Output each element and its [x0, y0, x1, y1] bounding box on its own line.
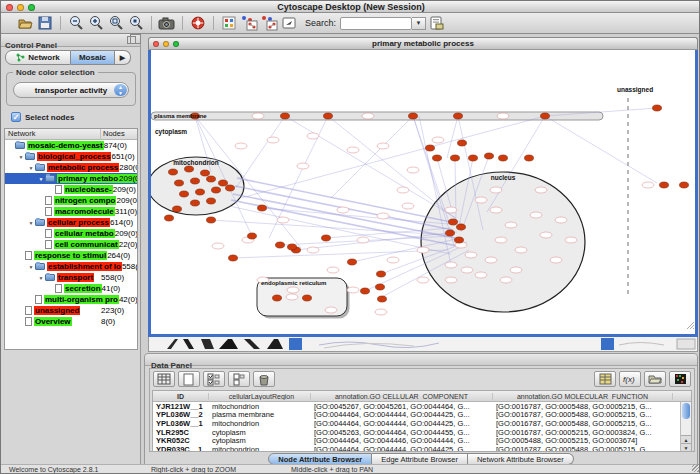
help-icon[interactable] [188, 14, 208, 32]
node-color-dropdown[interactable]: transporter activity ▲▼ [13, 82, 129, 98]
tree-item-count: 311(0) [115, 207, 138, 216]
snapshot-icon[interactable] [157, 14, 177, 32]
import-table-icon[interactable] [644, 371, 666, 387]
column-header[interactable]: annotation.GO CELLULAR_COMPONENT [311, 393, 493, 400]
control-panel: Control Panel Network Mosaic ▶ Node colo… [1, 34, 141, 466]
network-canvas[interactable]: plasma membranecytoplasmmitochondrionnuc… [148, 50, 698, 337]
tab-overflow-arrow[interactable]: ▶ [115, 50, 131, 65]
tree-row[interactable]: multi-organism pro42(0) [5, 294, 137, 305]
tree-row[interactable]: macromolecule311(0) [5, 206, 137, 217]
search-input[interactable] [340, 17, 412, 30]
align-icon[interactable] [259, 14, 279, 32]
tree-header: Network Nodes [5, 129, 137, 140]
folder-icon [45, 175, 55, 182]
zoom-selected-icon[interactable] [126, 14, 146, 32]
search-config-icon[interactable] [426, 14, 446, 32]
unselect-attributes-icon[interactable] [228, 371, 250, 387]
tree-row[interactable]: Overview8(0) [5, 316, 137, 327]
tree-col-nodes: Nodes [101, 129, 137, 139]
table-row[interactable]: YJR121W__1mitochondrion[GO:0045267, GO:0… [153, 402, 691, 411]
tree-row[interactable]: mosaic-demo-yeast874(0) [5, 140, 137, 151]
table-row[interactable]: YPL036W__1mitochondrion[GO:0044464, GO:0… [153, 419, 691, 428]
expander-icon[interactable]: ▼ [27, 165, 35, 171]
annotation-icon[interactable] [279, 14, 299, 32]
select-attributes-icon[interactable] [203, 371, 225, 387]
tree-row[interactable]: cellular metabo209(0) [5, 228, 137, 239]
scrollbar-thumb[interactable] [682, 403, 690, 419]
tree-row[interactable]: ▼transport558(0) [5, 272, 137, 283]
column-header[interactable]: _cellularLayoutRegion [209, 393, 311, 400]
tree-row[interactable]: ▼biological_process651(0) [5, 151, 137, 162]
select-nodes-checkbox[interactable]: ✓ [11, 112, 21, 122]
zoom-out-icon[interactable] [66, 14, 86, 32]
tree-row[interactable]: ▼primary metabo209(0) [5, 173, 137, 184]
zoom-fit-icon[interactable] [106, 14, 126, 32]
svg-text:plasma membrane: plasma membrane [154, 113, 207, 119]
select-nodes-label: Select nodes [25, 113, 74, 122]
tree-item-label: response to stimul [34, 251, 107, 260]
expander-icon[interactable]: ▼ [37, 176, 45, 182]
vizmapper-icon[interactable] [219, 14, 239, 32]
new-attribute-icon[interactable] [178, 371, 200, 387]
tree-item-label: unassigned [34, 306, 80, 315]
tree-item-count: 264(0) [107, 251, 138, 260]
file-icon [45, 196, 52, 205]
tree-item-count: 209(0) [116, 196, 138, 205]
network-view-titlebar[interactable]: primary metabolic process [148, 37, 698, 50]
svg-text:cytoplasm: cytoplasm [155, 128, 187, 136]
save-table-icon[interactable] [594, 371, 616, 387]
column-header[interactable]: ID [153, 393, 209, 400]
tree-item-count: 22(0) [119, 240, 138, 249]
tree-item-label: macromolecule [54, 207, 115, 216]
zoom-in-icon[interactable] [86, 14, 106, 32]
delete-attribute-icon[interactable] [253, 371, 275, 387]
function-builder-icon[interactable]: f(x) [619, 371, 641, 387]
network-tree-icon [16, 53, 25, 62]
tree-row[interactable]: response to stimul264(0) [5, 250, 137, 261]
search-dropdown-arrow[interactable]: ▼ [412, 17, 426, 30]
table-scrollbar[interactable]: ▲ ▼ [680, 402, 691, 451]
tree-row[interactable]: ▼cellular process614(0) [5, 217, 137, 228]
expander-icon[interactable]: ▼ [27, 220, 35, 226]
tree-row[interactable]: secretion41(0) [5, 283, 137, 294]
table-row[interactable]: YPL036W__2plasma membrane[GO:0044464, GO… [153, 411, 691, 420]
table-row[interactable]: YDR039C__1mitochondrion[GO:0044464, GO:0… [153, 445, 691, 452]
svg-text:endoplasmic reticulum: endoplasmic reticulum [261, 280, 326, 286]
table-row[interactable]: YKR052Ccytoplasm[GO:0044464, GO:0044446,… [153, 436, 691, 445]
tree-item-count: 558(0) [101, 273, 137, 282]
tree-item-count: 41(0) [102, 284, 138, 293]
control-panel-header: Control Panel [1, 34, 140, 47]
status-bar: Welcome to Cytoscape 2.8.1 Right-click +… [1, 464, 700, 473]
layout-icon[interactable] [239, 14, 259, 32]
tree-item-label: establishment of lo [47, 262, 122, 271]
expander-icon[interactable]: ▼ [27, 264, 35, 270]
tree-row[interactable]: ▼establishment of lo558(0) [5, 261, 137, 272]
tab-network[interactable]: Network [5, 50, 71, 65]
matrix-icon[interactable] [669, 371, 691, 387]
attribute-table: ID_cellularLayoutRegionannotation.GO CEL… [152, 390, 692, 452]
tree-row[interactable]: unassigned223(0) [5, 305, 137, 316]
save-icon[interactable] [35, 14, 55, 32]
tree-row[interactable]: nitrogen compo209(0) [5, 195, 137, 206]
open-icon[interactable] [15, 14, 35, 32]
tree-item-label: cellular metabo [54, 229, 115, 238]
expander-icon[interactable]: ▼ [37, 275, 45, 281]
file-icon [55, 284, 62, 293]
tree-item-count: 8(0) [101, 317, 137, 326]
table-row[interactable]: YLR295Ccytoplasm[GO:0045263, GO:0044464,… [153, 428, 691, 437]
scroll-up-arrow[interactable]: ▲ [681, 435, 691, 443]
resize-grip[interactable] [692, 464, 700, 472]
tree-row[interactable]: nucleobase-209(0) [5, 184, 137, 195]
float-panel-icon[interactable] [127, 36, 136, 44]
tree-col-network: Network [5, 129, 101, 139]
scroll-down-arrow[interactable]: ▼ [681, 443, 691, 451]
data-panel-header: Data Panel [145, 354, 697, 366]
expander-icon[interactable]: ▼ [17, 154, 25, 160]
tab-mosaic[interactable]: Mosaic [71, 50, 115, 65]
tree-row[interactable]: cell communicat22(0) [5, 239, 137, 250]
table-icon[interactable] [153, 371, 175, 387]
tree-row[interactable]: ▼metabolic process280(0) [5, 162, 137, 173]
column-header[interactable]: annotation.GO MOLECULAR_FUNCTION [493, 393, 673, 400]
tree-item-label: secretion [64, 284, 102, 293]
folder-icon [35, 219, 45, 226]
